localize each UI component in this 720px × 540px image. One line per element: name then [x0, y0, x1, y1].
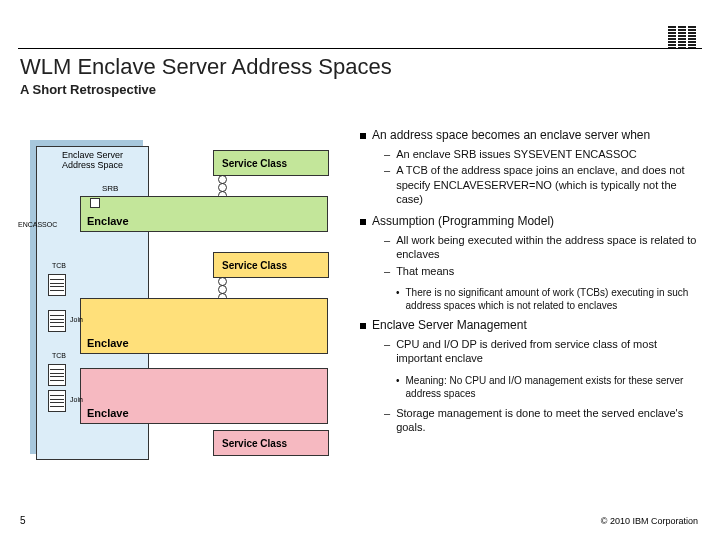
bullet-icon: [360, 323, 366, 329]
bullet-1-sub-1: An enclave SRB issues SYSEVENT ENCASSOC: [396, 147, 637, 161]
bullet-3-sub-2: Storage management is done to meet the s…: [396, 406, 698, 435]
bullet-1-sub-2: A TCB of the address space joins an encl…: [396, 163, 698, 206]
join-label-2: Join: [70, 396, 83, 403]
bullet-2-sub-2: That means: [396, 264, 454, 278]
header-rule: [18, 48, 702, 49]
ibm-logo: [668, 26, 696, 49]
asbox-line2: Address Space: [39, 161, 146, 171]
srb-label: SRB: [102, 184, 118, 193]
tcb-label-1: TCB: [52, 262, 66, 269]
srb-icon: [90, 198, 100, 208]
bullet-3-dot-1: Meaning: No CPU and I/O management exist…: [406, 374, 698, 400]
tcb-icon: [48, 310, 66, 332]
bullet-2-dot-1: There is no significant amount of work (…: [406, 286, 698, 312]
slide-content: An address space becomes an enclave serv…: [360, 128, 698, 442]
service-class-box-3: Service Class: [213, 430, 329, 456]
enclave-box-3: Enclave: [80, 368, 328, 424]
bullet-3-sub-1: CPU and I/O DP is derived from service c…: [396, 337, 698, 366]
bullet-icon: [360, 133, 366, 139]
tcb-icon: [48, 364, 66, 386]
tcb-icon: [48, 274, 66, 296]
copyright: © 2010 IBM Corporation: [601, 516, 698, 526]
slide-title: WLM Enclave Server Address Spaces: [20, 54, 392, 80]
tcb-icon: [48, 390, 66, 412]
page-number: 5: [20, 515, 26, 526]
service-class-box-2: Service Class: [213, 252, 329, 278]
tcb-label-2: TCB: [52, 352, 66, 359]
bullet-2: Assumption (Programming Model): [372, 214, 554, 229]
join-label-1: Join: [70, 316, 83, 323]
bullet-2-sub-1: All work being executed within the addre…: [396, 233, 698, 262]
enclave-box-1: Enclave: [80, 196, 328, 232]
bullet-icon: [360, 219, 366, 225]
slide-subtitle: A Short Retrospective: [20, 82, 156, 97]
bullet-3: Enclave Server Management: [372, 318, 527, 333]
diagram: Enclave Server Address Space Service Cla…: [18, 134, 338, 464]
service-class-box-1: Service Class: [213, 150, 329, 176]
encassoc-label: ENCASSOC: [18, 221, 57, 228]
bullet-1: An address space becomes an enclave serv…: [372, 128, 650, 143]
enclave-box-2: Enclave: [80, 298, 328, 354]
